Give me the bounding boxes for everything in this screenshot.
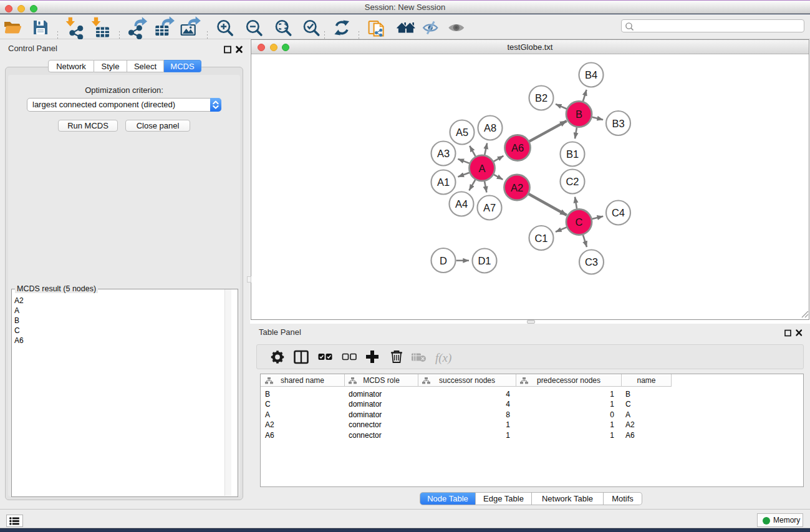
svg-text:C4: C4 (612, 207, 625, 218)
svg-text:A5: A5 (456, 127, 468, 138)
svg-text:A8: A8 (484, 122, 496, 133)
svg-text:C2: C2 (566, 176, 579, 187)
svg-text:B: B (576, 109, 582, 120)
svg-text:A1: A1 (437, 177, 450, 188)
svg-text:C1: C1 (534, 233, 547, 244)
svg-text:A: A (478, 163, 485, 174)
svg-text:A7: A7 (483, 202, 496, 213)
svg-text:C3: C3 (585, 256, 598, 268)
svg-text:D: D (440, 255, 447, 266)
svg-text:B4: B4 (585, 69, 597, 80)
svg-text:A4: A4 (455, 198, 468, 210)
svg-text:C: C (576, 216, 583, 228)
svg-text:A6: A6 (511, 142, 524, 153)
svg-text:B2: B2 (535, 92, 547, 104)
svg-text:B1: B1 (566, 148, 579, 160)
svg-text:f(x): f(x) (435, 351, 451, 365)
svg-text:A2: A2 (511, 182, 523, 193)
svg-text:D1: D1 (478, 255, 491, 266)
svg-text:A3: A3 (437, 148, 450, 159)
svg-text:B3: B3 (612, 118, 624, 129)
